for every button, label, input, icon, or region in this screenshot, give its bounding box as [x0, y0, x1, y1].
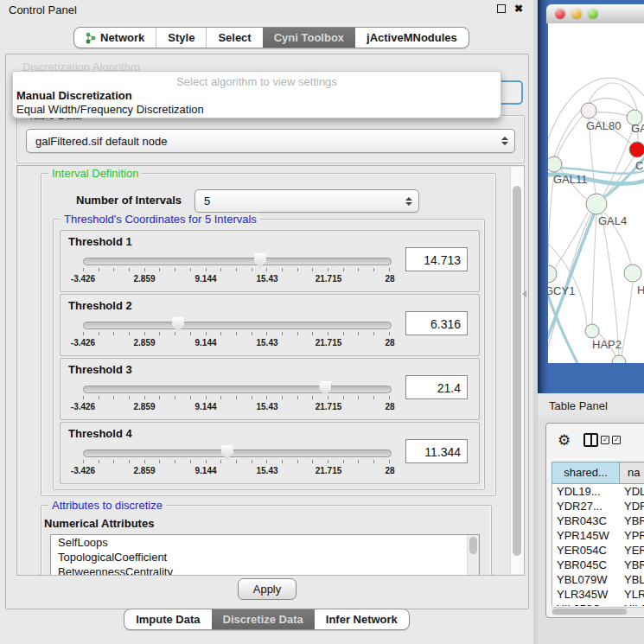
tab-cyni-toolbox[interactable]: Cyni Toolbox — [263, 28, 355, 48]
slider-thumb[interactable] — [254, 253, 266, 268]
float-window-icon[interactable] — [497, 4, 506, 13]
slider-thumb[interactable] — [319, 381, 331, 396]
hscrollbar-thumb[interactable] — [552, 609, 627, 615]
threshold-block: Threshold 2-3.4262.8599.14415.4321.71528… — [60, 294, 480, 356]
tab-discretize-data[interactable]: Discretize Data — [212, 609, 315, 629]
cell-name: YBR0 — [621, 558, 644, 572]
table-row[interactable]: YPR145WYPR1 — [552, 528, 644, 543]
cell-shared-name: YIL052C — [552, 602, 621, 606]
attribute-list-item[interactable]: SelfLoops — [51, 535, 479, 550]
network-node[interactable] — [548, 156, 562, 172]
network-window: GAL80GACGAL11GAL4GCY1HHAP2 — [538, 0, 644, 393]
threshold-slider[interactable]: -3.4262.8599.14415.4321.71528 — [83, 317, 390, 348]
number-of-intervals-label: Number of Intervals — [76, 194, 182, 207]
attribute-list-item[interactable]: BetweennessCentrality — [51, 564, 479, 576]
slider-track[interactable] — [83, 450, 392, 457]
slider-track[interactable] — [83, 322, 392, 329]
slider-thumb[interactable] — [221, 445, 233, 460]
threshold-slider[interactable]: -3.4262.8599.14415.4321.71528 — [83, 445, 390, 476]
combo-stepper-icon — [501, 137, 507, 145]
table-hscrollbar[interactable] — [552, 607, 644, 615]
tick-label: 2.859 — [133, 402, 155, 411]
network-window-titlebar[interactable] — [546, 4, 644, 24]
table-row[interactable]: YLR345WYLR3 — [552, 587, 644, 602]
slider-thumb[interactable] — [172, 317, 184, 332]
checkbox-icon[interactable]: ✓ — [601, 436, 609, 444]
attributes-list-scrollbar[interactable] — [467, 535, 479, 576]
tick-label: -3.426 — [71, 402, 95, 411]
network-canvas[interactable]: GAL80GACGAL11GAL4GCY1HHAP2 — [548, 23, 644, 363]
bottom-tabbar: Impute DataDiscretize DataInfer Network — [124, 609, 410, 630]
algorithm-option[interactable]: Equal Width/Frequency Discretization — [13, 103, 501, 117]
network-node[interactable] — [581, 103, 596, 118]
cell-shared-name: YPR145W — [552, 528, 621, 543]
threshold-value-field[interactable]: 21.4 — [405, 375, 468, 399]
close-icon[interactable]: ✖ — [514, 4, 523, 13]
threshold-slider[interactable]: -3.4262.8599.14415.4321.71528 — [83, 253, 390, 284]
tab-impute-data[interactable]: Impute Data — [124, 609, 211, 629]
slider-tick-labels: -3.4262.8599.14415.4321.71528 — [83, 338, 390, 348]
table-row[interactable]: YIL052CYIL0 — [552, 602, 644, 606]
network-node[interactable] — [586, 194, 607, 214]
table-row[interactable]: YDL19...YDL1 — [552, 484, 644, 499]
threshold-value-field[interactable]: 14.713 — [405, 247, 468, 271]
tab-network[interactable]: Network — [74, 28, 156, 48]
network-node[interactable] — [612, 355, 626, 363]
table-row[interactable]: YBR043CYBR0 — [552, 513, 644, 528]
settings-scrollbar[interactable] — [510, 167, 524, 574]
apply-button[interactable]: Apply — [238, 578, 296, 600]
tab-select[interactable]: Select — [206, 28, 262, 48]
table-row[interactable]: YER054CYER0 — [552, 543, 644, 558]
scrollbar-thumb[interactable] — [513, 186, 521, 556]
number-of-intervals-combobox[interactable]: 5 — [194, 189, 419, 213]
threshold-value-field[interactable]: 6.316 — [405, 311, 468, 335]
algorithm-option[interactable]: Manual Discretization — [13, 89, 501, 103]
slider-track[interactable] — [83, 386, 392, 393]
tick-label: 21.715 — [316, 338, 342, 348]
threshold-value-field[interactable]: 11.344 — [405, 439, 468, 463]
panel-title: Control Panel — [9, 3, 77, 16]
threshold-block: Threshold 4-3.4262.8599.14415.4321.71528… — [60, 422, 480, 484]
network-node-label: GAL4 — [598, 214, 627, 227]
tick-label: 2.859 — [133, 338, 155, 348]
slider-track[interactable] — [83, 258, 392, 265]
cell-name: YER0 — [621, 543, 644, 558]
table-row[interactable]: YBL079WYBL0 — [552, 572, 644, 587]
attribute-list-item[interactable]: TopologicalCoefficient — [51, 550, 479, 564]
tab-label: Cyni Toolbox — [274, 31, 344, 44]
checkbox-icon[interactable]: ✓ — [612, 436, 621, 444]
cell-shared-name: YDR27... — [552, 499, 621, 513]
column-header-shared-name[interactable]: shared... — [552, 462, 620, 484]
cell-name: YDR2 — [621, 499, 644, 513]
table-data-combobox[interactable]: galFiltered.sif default node — [26, 129, 515, 153]
gear-icon[interactable]: ⚙ — [558, 433, 571, 448]
close-traffic-light-icon[interactable] — [555, 9, 565, 19]
settings-scroll-panel: Interval Definition Number of Intervals … — [16, 165, 525, 576]
tab-label: Impute Data — [136, 613, 200, 626]
column-header-name[interactable]: na — [620, 462, 644, 484]
network-icon — [86, 32, 96, 44]
threshold-label: Threshold 3 — [68, 363, 132, 376]
table-header-row: shared... na — [552, 462, 644, 484]
cell-name: YDL1 — [621, 484, 644, 499]
splitpane-collapse-icon[interactable] — [522, 290, 526, 297]
table-row[interactable]: YBR045CYBR0 — [552, 558, 644, 572]
tick-label: 28 — [385, 402, 394, 411]
zoom-traffic-light-icon[interactable] — [588, 9, 598, 19]
control-panel: Control Panel ✖ NetworkStyleSelectCyni T… — [0, 0, 533, 644]
network-node[interactable] — [629, 142, 644, 157]
network-node[interactable] — [585, 324, 599, 338]
minimize-traffic-light-icon[interactable] — [571, 9, 582, 19]
columns-icon[interactable] — [583, 433, 598, 447]
slider-tick-labels: -3.4262.8599.14415.4321.71528 — [83, 274, 390, 284]
network-node[interactable] — [624, 265, 641, 282]
table-row[interactable]: YDR27...YDR2 — [552, 499, 644, 513]
tick-label: -3.426 — [71, 466, 95, 475]
tick-label: 9.144 — [194, 338, 216, 348]
tab-style[interactable]: Style — [156, 28, 206, 48]
tick-label: 15.43 — [256, 338, 277, 348]
tab-jactivemnodules[interactable]: jActiveMNodules — [355, 28, 469, 48]
threshold-slider[interactable]: -3.4262.8599.14415.4321.71528 — [83, 381, 390, 412]
tab-infer-network[interactable]: Infer Network — [315, 609, 409, 629]
table-panel-title: Table Panel — [549, 399, 608, 412]
